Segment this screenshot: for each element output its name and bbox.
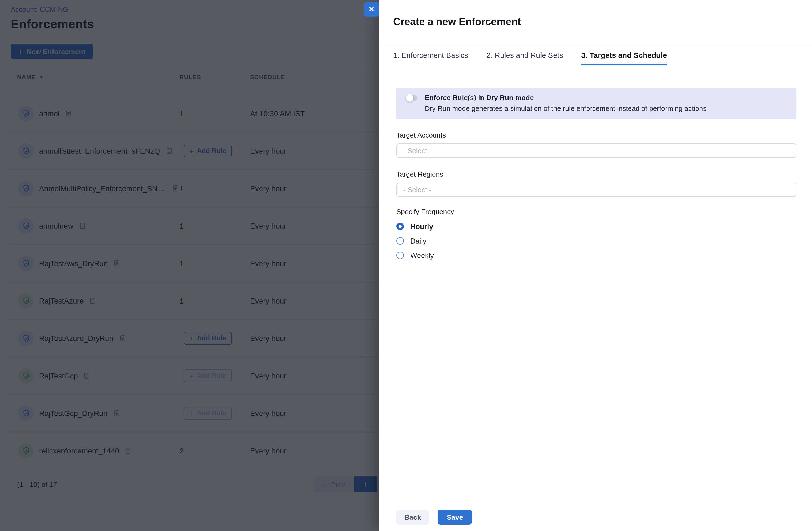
close-icon: ✕ [368, 5, 374, 13]
tab-1[interactable]: 1. Enforcement Basics [393, 45, 468, 65]
frequency-option-hourly[interactable]: Hourly [396, 223, 796, 230]
radio-icon [396, 252, 404, 259]
dry-run-description: Dry Run mode generates a simulation of t… [425, 104, 707, 113]
radio-label: Hourly [410, 222, 433, 231]
create-enforcement-modal: ✕ Create a new Enforcement 1. Enforcemen… [379, 0, 812, 531]
target-accounts-field: Target Accounts - Select - [396, 131, 796, 158]
radio-label: Daily [410, 237, 426, 245]
dry-run-title: Enforce Rule(s) in Dry Run mode [425, 94, 707, 102]
wizard-tabs: 1. Enforcement Basics2. Rules and Rule S… [379, 45, 812, 65]
target-regions-field: Target Regions - Select - [396, 170, 796, 197]
target-regions-placeholder: - Select - [403, 186, 431, 194]
target-accounts-label: Target Accounts [396, 131, 796, 139]
radio-label: Weekly [410, 251, 434, 259]
tab-3[interactable]: 3. Targets and Schedule [581, 45, 667, 65]
close-button[interactable]: ✕ [364, 2, 379, 17]
toggle-knob-icon [406, 94, 414, 102]
radio-icon [396, 237, 404, 245]
frequency-option-daily[interactable]: Daily [396, 237, 796, 245]
target-accounts-select[interactable]: - Select - [396, 144, 796, 158]
target-regions-select[interactable]: - Select - [396, 182, 796, 197]
target-regions-label: Target Regions [396, 170, 796, 178]
frequency-options: HourlyDailyWeekly [396, 223, 796, 259]
dry-run-text: Enforce Rule(s) in Dry Run mode Dry Run … [425, 94, 707, 113]
dry-run-toggle[interactable] [407, 95, 417, 101]
modal-footer: Back Save [396, 510, 472, 525]
dry-run-banner: Enforce Rule(s) in Dry Run mode Dry Run … [396, 88, 796, 119]
radio-icon [396, 223, 404, 230]
modal-title: Create a new Enforcement [379, 0, 812, 45]
target-accounts-placeholder: - Select - [403, 147, 431, 155]
back-button[interactable]: Back [396, 510, 429, 525]
modal-body: Enforce Rule(s) in Dry Run mode Dry Run … [379, 88, 812, 259]
frequency-label: Specify Frequency [396, 208, 796, 216]
frequency-option-weekly[interactable]: Weekly [396, 252, 796, 259]
save-button[interactable]: Save [438, 510, 472, 525]
tab-2[interactable]: 2. Rules and Rule Sets [486, 45, 563, 65]
